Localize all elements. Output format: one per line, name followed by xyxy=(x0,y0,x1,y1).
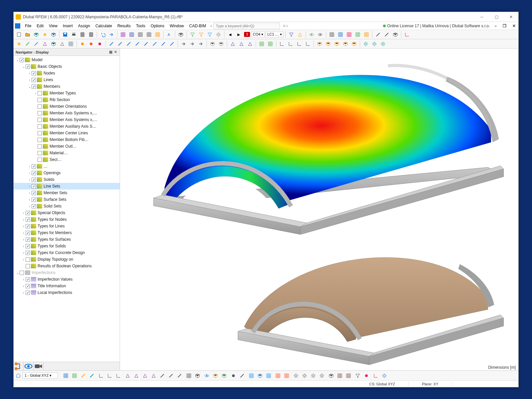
loadcase-badge[interactable]: 3 xyxy=(244,32,250,37)
menu-results[interactable]: Results xyxy=(115,23,133,29)
checkbox[interactable] xyxy=(32,84,36,89)
x2-button[interactable] xyxy=(383,31,391,39)
tree-row[interactable]: ›Types for Concrete Design xyxy=(14,249,120,256)
tree-row[interactable]: Results of Boolean Operations xyxy=(14,263,120,269)
t3-button[interactable] xyxy=(246,40,254,48)
f1-button[interactable] xyxy=(287,31,295,39)
calc1-button[interactable] xyxy=(119,31,127,39)
tree-row[interactable]: ›Types for Solids xyxy=(14,243,120,249)
db-button[interactable] xyxy=(32,31,40,39)
o3-button[interactable] xyxy=(379,40,387,48)
tree-row[interactable]: Member Bottom Fib… xyxy=(14,136,120,143)
status-tool-14[interactable] xyxy=(158,372,166,380)
tree-row[interactable]: ›Types for Members xyxy=(14,229,120,236)
tree-row[interactable]: ›Title Information xyxy=(14,283,120,289)
status-tool-22[interactable] xyxy=(211,372,219,380)
tree-row[interactable]: Member Axis Systems x,… xyxy=(14,110,120,116)
status-tool-8[interactable] xyxy=(114,372,122,380)
status-tool-2[interactable] xyxy=(70,372,78,380)
checkbox[interactable] xyxy=(20,58,24,62)
status-tool-4[interactable] xyxy=(88,372,96,380)
checkbox[interactable] xyxy=(38,111,42,115)
checkbox[interactable] xyxy=(38,124,42,129)
status-tool-16[interactable] xyxy=(176,372,184,380)
coordinate-system-select[interactable]: 1 - Global XYZ ▾ xyxy=(22,372,58,379)
save-button[interactable] xyxy=(61,31,69,39)
d3-button[interactable] xyxy=(295,40,303,48)
g3-button[interactable] xyxy=(345,31,353,39)
a1-button[interactable] xyxy=(180,40,188,48)
checkbox[interactable] xyxy=(32,184,36,189)
checkbox[interactable] xyxy=(32,71,36,75)
tree-row[interactable]: Member Center Lines xyxy=(14,130,120,136)
filter1-button[interactable] xyxy=(189,31,197,39)
f2-button[interactable] xyxy=(296,31,304,39)
tree-row[interactable]: ›Display Topology on xyxy=(14,256,120,263)
status-tool-13[interactable] xyxy=(150,372,158,380)
g1-button[interactable] xyxy=(328,31,336,39)
o2-button[interactable] xyxy=(370,40,378,48)
checkbox[interactable] xyxy=(38,118,42,122)
checkbox[interactable] xyxy=(26,65,30,69)
nav-tab-camera[interactable] xyxy=(34,362,44,370)
tree-row[interactable]: ⌄Model xyxy=(14,57,120,63)
surf-new-button[interactable] xyxy=(41,40,49,48)
member-new-button[interactable] xyxy=(32,40,40,48)
checkbox[interactable] xyxy=(38,144,42,149)
star-project-button[interactable] xyxy=(41,31,49,39)
l4-button[interactable] xyxy=(133,40,141,48)
menu-cad-bim[interactable]: CAD-BIM xyxy=(187,23,209,29)
tree-row[interactable]: Member Orientations xyxy=(14,103,120,110)
status-tool-30[interactable] xyxy=(265,372,273,380)
checkbox[interactable] xyxy=(38,98,42,102)
l1-button[interactable] xyxy=(107,40,115,48)
minimize-button[interactable]: ─ xyxy=(474,12,489,22)
t1-button[interactable] xyxy=(229,40,237,48)
close-button[interactable]: ✕ xyxy=(504,12,518,22)
checkbox[interactable] xyxy=(38,104,42,109)
status-tool-7[interactable] xyxy=(106,372,114,380)
navigator-tree[interactable]: ⌄Model⌄Basic Objects›Nodes›Lines⌄Members… xyxy=(14,56,120,362)
status-tool-25[interactable] xyxy=(229,372,237,380)
lc-nav[interactable]: ◂ xyxy=(226,31,234,39)
tree-row[interactable]: ›Nodes xyxy=(14,70,120,76)
opening-button[interactable] xyxy=(58,40,66,48)
tree-row[interactable]: Material… xyxy=(14,150,120,156)
new-file-button[interactable] xyxy=(15,31,23,39)
tree-row[interactable]: ›Imperfection Values xyxy=(14,276,120,283)
c4-button[interactable] xyxy=(341,40,349,48)
t2-button[interactable] xyxy=(237,40,245,48)
g2-button[interactable] xyxy=(336,31,344,39)
sets-button[interactable] xyxy=(67,40,75,48)
s2-button[interactable] xyxy=(217,40,225,48)
menu-options[interactable]: Options xyxy=(148,23,167,29)
l6-button[interactable] xyxy=(151,40,159,48)
menu-edit[interactable]: Edit xyxy=(34,23,46,29)
status-tool-1[interactable] xyxy=(62,372,70,380)
c3-button[interactable] xyxy=(333,40,341,48)
status-tool-19[interactable] xyxy=(194,372,201,380)
status-tool-42[interactable] xyxy=(344,372,352,380)
menu-tools[interactable]: Tools xyxy=(133,23,148,29)
calc4-button[interactable] xyxy=(145,31,153,39)
checkbox[interactable] xyxy=(38,158,42,162)
g4-button[interactable] xyxy=(354,31,362,39)
calc2-button[interactable] xyxy=(128,31,136,39)
menu-calculate[interactable]: Calculate xyxy=(93,23,115,29)
status-tool-10[interactable] xyxy=(124,372,132,380)
tree-row[interactable]: ›Types for Surfaces xyxy=(14,236,120,243)
status-tool-36[interactable] xyxy=(301,372,309,380)
checkbox[interactable] xyxy=(32,171,36,175)
l2-button[interactable] xyxy=(116,40,124,48)
tree-row[interactable]: ›Lines xyxy=(14,76,120,83)
tree-row[interactable]: ⌄Imperfections xyxy=(14,269,120,276)
menu-view[interactable]: View xyxy=(46,23,60,29)
status-tool-15[interactable] xyxy=(167,372,175,380)
checkbox[interactable] xyxy=(32,78,36,82)
status-tool-21[interactable] xyxy=(203,372,211,380)
l5-button[interactable] xyxy=(142,40,150,48)
tree-row[interactable]: ›… xyxy=(14,163,120,170)
a2-button[interactable] xyxy=(188,40,196,48)
d2-button[interactable] xyxy=(287,40,295,48)
c2-button[interactable] xyxy=(324,40,332,48)
